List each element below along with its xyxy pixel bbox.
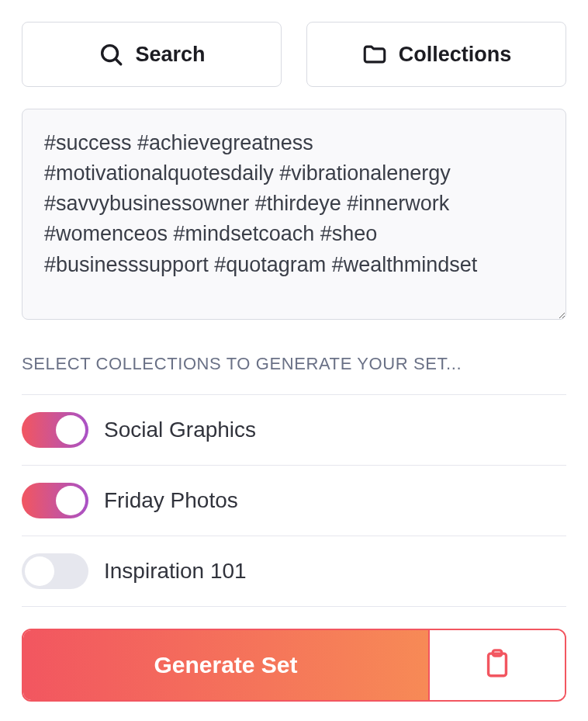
collection-toggle-list: Social Graphics Friday Photos Inspiratio… — [22, 394, 566, 607]
collections-tab[interactable]: Collections — [306, 22, 566, 87]
action-bar: Generate Set — [22, 629, 566, 702]
tab-row: Search Collections — [22, 22, 566, 87]
clipboard-icon — [483, 648, 511, 682]
collection-label: Social Graphics — [104, 418, 256, 442]
search-tab[interactable]: Search — [22, 22, 282, 87]
collection-toggle[interactable] — [22, 553, 88, 589]
collections-tab-label: Collections — [399, 44, 512, 65]
svg-line-1 — [116, 59, 121, 64]
generate-set-button[interactable]: Generate Set — [23, 630, 428, 700]
folder-icon — [361, 41, 388, 68]
copy-to-clipboard-button[interactable] — [428, 630, 565, 700]
collection-label: Inspiration 101 — [104, 559, 247, 584]
collection-toggle[interactable] — [22, 483, 88, 518]
hashtags-textarea[interactable] — [22, 109, 566, 320]
list-item: Inspiration 101 — [22, 536, 566, 607]
list-item: Social Graphics — [22, 394, 566, 465]
search-tab-label: Search — [135, 44, 205, 65]
collection-toggle[interactable] — [22, 412, 88, 448]
list-item: Friday Photos — [22, 465, 566, 536]
section-label: SELECT COLLECTIONS TO GENERATE YOUR SET.… — [22, 354, 566, 374]
collection-label: Friday Photos — [104, 488, 238, 513]
search-icon — [98, 41, 124, 68]
